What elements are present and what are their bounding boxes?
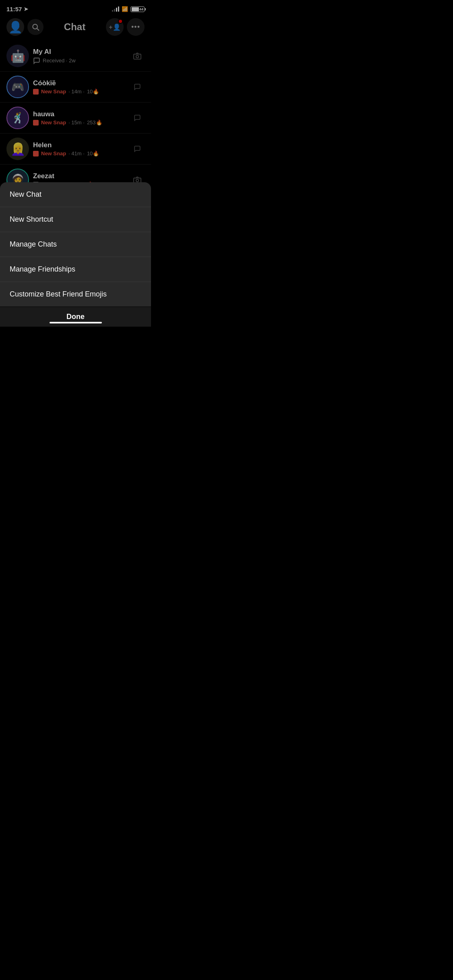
manage-friendships-item[interactable]: Manage Friendships: [0, 257, 151, 282]
new-chat-item[interactable]: New Chat: [0, 182, 151, 207]
done-button[interactable]: Done: [0, 307, 151, 327]
manage-chats-item[interactable]: Manage Chats: [0, 232, 151, 257]
new-shortcut-item[interactable]: New Shortcut: [0, 207, 151, 232]
home-indicator: [50, 322, 102, 323]
customize-emojis-item[interactable]: Customize Best Friend Emojis: [0, 282, 151, 307]
dropdown-menu: New Chat New Shortcut Manage Chats Manag…: [0, 182, 151, 307]
